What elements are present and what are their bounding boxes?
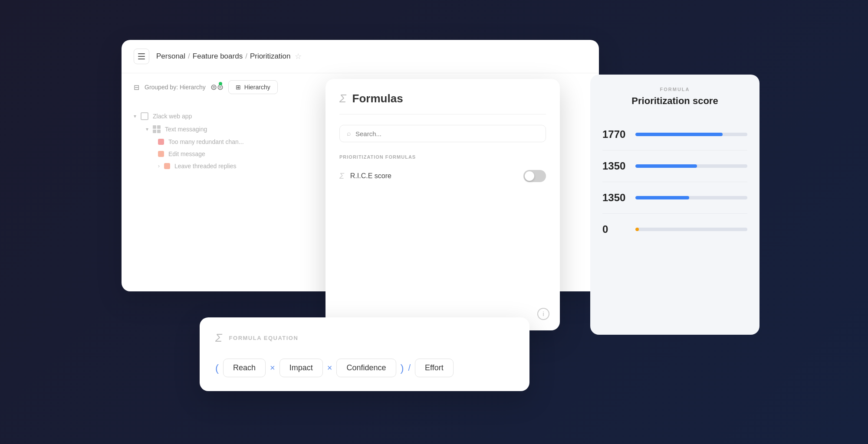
breadcrumb-prioritization[interactable]: Prioritization <box>250 52 291 61</box>
breadcrumb-sep-1: / <box>188 52 190 61</box>
edit-message-icon <box>158 151 164 157</box>
breadcrumb-personal[interactable]: Personal <box>156 52 185 61</box>
score-panel-title: Prioritization score <box>602 95 747 107</box>
zlack-icon <box>141 112 148 120</box>
hierarchy-icon: ⊞ <box>236 84 241 91</box>
prioritization-formulas-label: PRIORITIZATION FORMULAS <box>339 154 546 160</box>
formula-search-icon: ⌕ <box>347 130 351 137</box>
open-paren: ( <box>215 362 219 374</box>
score-bar-track-2 <box>635 164 747 168</box>
formulas-sigma-icon: Σ <box>339 92 346 105</box>
tree-arrow-1: ▾ <box>146 126 148 132</box>
divide-op: / <box>408 363 411 373</box>
breadcrumb-feature-boards[interactable]: Feature boards <box>193 52 243 61</box>
grouped-by-label: Grouped by: Hierarchy <box>145 84 206 91</box>
tree-arrow-4: › <box>158 163 160 169</box>
rice-formula-name: R.I.C.E score <box>350 172 391 180</box>
breadcrumb-sep-2: / <box>245 52 247 61</box>
formulas-panel: Σ Formulas ⌕ PRIORITIZATION FORMULAS Σ R… <box>326 79 560 330</box>
score-bar-fill-2 <box>635 164 697 168</box>
rice-formula-toggle[interactable] <box>523 170 546 182</box>
favorite-star-icon[interactable]: ☆ <box>295 52 302 61</box>
score-row-4: 0 <box>602 214 747 245</box>
formulas-title: Formulas <box>352 92 403 105</box>
operand-effort[interactable]: Effort <box>415 359 454 377</box>
score-row-1: 1770 <box>602 119 747 150</box>
multiply-op-1: × <box>270 363 275 373</box>
breadcrumb: Personal / Feature boards / Prioritizati… <box>156 52 302 61</box>
tree-label-threaded-replies: Leave threaded replies <box>174 163 236 170</box>
tree-label-zlack: Zlack web app <box>153 113 192 120</box>
hamburger-line-1 <box>138 53 145 54</box>
rice-formula-left: Σ R.I.C.E score <box>339 172 391 181</box>
tree-arrow-0: ▾ <box>134 113 136 119</box>
filter-button[interactable]: ⊜ <box>211 81 223 93</box>
hamburger-line-3 <box>138 59 145 59</box>
operand-reach[interactable]: Reach <box>223 359 266 377</box>
app-header: Personal / Feature boards / Prioritizati… <box>122 40 599 73</box>
threaded-replies-icon <box>164 163 170 169</box>
tree-label-edit-message: Edit message <box>168 150 205 157</box>
info-icon-btn[interactable]: i <box>537 308 549 320</box>
menu-button[interactable] <box>134 49 149 64</box>
grouped-icon: ⊟ <box>134 83 139 91</box>
info-symbol: i <box>542 310 544 317</box>
score-value-3: 1350 <box>602 192 628 204</box>
tree-label-redundant: Too many redundant chan... <box>168 138 244 145</box>
redundant-icon <box>158 139 164 145</box>
operand-confidence[interactable]: Confidence <box>336 359 396 377</box>
filter-active-dot <box>219 82 222 85</box>
equation-card: Σ FORMULA EQUATION ( Reach × Impact × Co… <box>200 317 529 391</box>
score-bar-track-1 <box>635 133 747 136</box>
score-value-2: 1350 <box>602 160 628 172</box>
hierarchy-label: Hierarchy <box>244 84 270 91</box>
score-row-2: 1350 <box>602 150 747 182</box>
equation-body: ( Reach × Impact × Confidence ) / Effort <box>215 359 514 377</box>
score-bar-fill-1 <box>635 133 723 136</box>
rice-sigma-icon: Σ <box>339 172 344 181</box>
formula-search-input[interactable] <box>355 130 539 137</box>
formulas-panel-header: Σ Formulas <box>339 92 546 114</box>
score-bar-fill-4 <box>635 228 639 231</box>
multiply-op-2: × <box>327 363 332 373</box>
equation-header: Σ FORMULA EQUATION <box>215 331 514 345</box>
score-bar-track-3 <box>635 196 747 199</box>
score-row-3: 1350 <box>602 182 747 214</box>
hamburger-line-2 <box>138 56 145 57</box>
equation-sigma-icon: Σ <box>215 331 222 345</box>
formula-search-box[interactable]: ⌕ <box>339 125 546 142</box>
close-paren: ) <box>401 362 404 374</box>
operand-impact[interactable]: Impact <box>279 359 323 377</box>
score-bar-fill-3 <box>635 196 689 199</box>
tree-label-text-messaging: Text messaging <box>165 126 207 133</box>
hierarchy-button[interactable]: ⊞ Hierarchy <box>228 80 278 94</box>
rice-formula-row: Σ R.I.C.E score <box>339 166 546 186</box>
equation-label: FORMULA EQUATION <box>229 335 299 341</box>
score-value-4: 0 <box>602 223 628 235</box>
score-panel-formula-label: FORMULA <box>602 87 747 92</box>
score-bar-track-4 <box>635 228 747 231</box>
score-panel: FORMULA Prioritization score 1770 1350 1… <box>590 75 760 335</box>
toggle-knob <box>525 171 534 181</box>
score-value-1: 1770 <box>602 128 628 140</box>
text-messaging-icon <box>153 125 161 133</box>
